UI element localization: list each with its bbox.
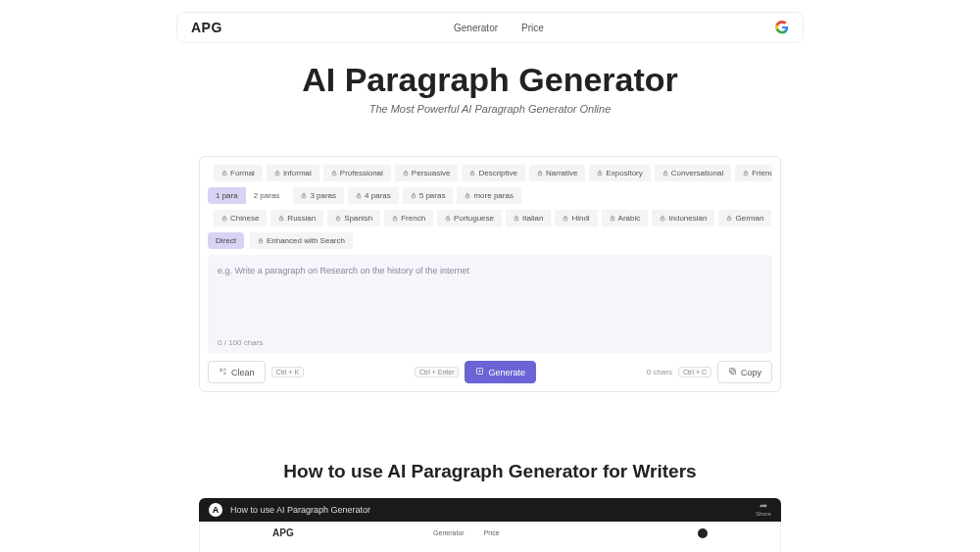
chip-lang-hindi[interactable]: Hindi bbox=[555, 210, 597, 226]
nav-price[interactable]: Price bbox=[521, 23, 544, 33]
svg-rect-13 bbox=[466, 195, 470, 198]
video-frame-nav-price: Price bbox=[484, 529, 500, 536]
video-title: How to use AI Paragraph Generator bbox=[230, 505, 370, 515]
lock-icon bbox=[331, 170, 337, 176]
chip-length-2paras[interactable]: 2 paras bbox=[246, 187, 288, 204]
chip-style-conversational[interactable]: Conversational bbox=[655, 165, 731, 181]
chip-style-persuasive[interactable]: Persuasive bbox=[395, 165, 459, 181]
nav-generator[interactable]: Generator bbox=[454, 23, 498, 33]
lock-icon bbox=[278, 215, 284, 222]
lock-icon bbox=[301, 192, 307, 199]
clean-button[interactable]: Clean bbox=[208, 361, 266, 383]
svg-rect-6 bbox=[599, 173, 603, 176]
chip-style-descriptive[interactable]: Descriptive bbox=[462, 165, 525, 181]
svg-rect-18 bbox=[446, 218, 450, 221]
lock-icon bbox=[403, 170, 409, 176]
video-channel-avatar[interactable]: A bbox=[209, 503, 222, 517]
chip-lang-arabic[interactable]: Arabic bbox=[602, 210, 649, 226]
chip-lang-spanish[interactable]: Spanish bbox=[327, 210, 380, 226]
lock-icon bbox=[274, 170, 280, 176]
nav-links: Generator Price bbox=[222, 23, 775, 33]
svg-rect-8 bbox=[744, 173, 748, 176]
svg-rect-21 bbox=[611, 218, 614, 221]
sparkle-icon bbox=[475, 367, 484, 377]
brand-logo[interactable]: APG bbox=[191, 20, 222, 35]
copy-label: Copy bbox=[741, 368, 761, 377]
chip-length-4-paras[interactable]: 4 paras bbox=[348, 187, 399, 204]
lock-icon bbox=[445, 215, 451, 222]
lock-icon bbox=[221, 170, 227, 176]
video-share-button[interactable]: ➦ Share bbox=[756, 501, 771, 517]
howto-heading: How to use AI Paragraph Generator for Wr… bbox=[0, 461, 980, 482]
video-frame-avatar-icon bbox=[698, 528, 708, 538]
page-title: AI Paragraph Generator bbox=[0, 61, 980, 99]
output-char-count: 0 chars bbox=[647, 368, 672, 376]
lock-icon bbox=[392, 215, 398, 222]
locked-length-chips: 3 paras4 paras5 parasmore paras bbox=[293, 187, 521, 204]
svg-rect-7 bbox=[663, 173, 667, 176]
google-signin-icon[interactable] bbox=[775, 21, 789, 34]
svg-rect-17 bbox=[393, 218, 397, 221]
prompt-input[interactable]: e.g. Write a paragraph on Research on th… bbox=[208, 255, 772, 353]
chip-lang-portuguese[interactable]: Portuguese bbox=[437, 210, 502, 226]
chip-style-friendly[interactable]: Friendly bbox=[735, 165, 772, 181]
video-preview-frame: APG Generator Price AI Paragraph Generat… bbox=[199, 522, 781, 552]
input-char-count: 0 / 100 chars bbox=[218, 338, 263, 347]
copy-button[interactable]: Copy bbox=[717, 361, 772, 383]
lock-icon bbox=[610, 215, 615, 222]
language-chip-row: English ChineseRussianSpanishFrenchPortu… bbox=[208, 210, 772, 226]
lock-icon bbox=[221, 215, 227, 222]
lock-icon bbox=[597, 170, 603, 176]
svg-rect-5 bbox=[538, 173, 542, 176]
lock-icon bbox=[726, 215, 732, 222]
controls-row: Clean Ctrl + K Ctrl + Enter Generate 0 c… bbox=[208, 361, 772, 383]
chip-lang-chinese[interactable]: Chinese bbox=[214, 210, 267, 226]
chip-style-informal[interactable]: Informal bbox=[267, 165, 319, 181]
svg-rect-26 bbox=[259, 240, 263, 243]
clean-shortcut: Ctrl + K bbox=[271, 367, 305, 377]
chip-length-5-paras[interactable]: 5 paras bbox=[403, 187, 454, 204]
chip-length-3-paras[interactable]: 3 paras bbox=[293, 187, 344, 204]
generator-panel: Standard Creative Casual FormalInformalP… bbox=[199, 156, 781, 392]
svg-rect-16 bbox=[337, 218, 341, 221]
svg-rect-0 bbox=[222, 173, 226, 176]
svg-rect-23 bbox=[728, 218, 732, 221]
style-chip-row: Standard Creative Casual FormalInformalP… bbox=[208, 165, 772, 181]
chip-lang-russian[interactable]: Russian bbox=[270, 210, 323, 226]
hero: AI Paragraph Generator The Most Powerful… bbox=[0, 61, 980, 115]
lock-icon bbox=[660, 215, 665, 222]
svg-rect-11 bbox=[357, 195, 361, 198]
video-frame-nav-generator: Generator bbox=[433, 529, 465, 536]
video-header: A How to use AI Paragraph Generator ➦ Sh… bbox=[199, 498, 781, 522]
chip-style-professional[interactable]: Professional bbox=[323, 165, 391, 181]
lock-icon bbox=[537, 170, 543, 176]
svg-rect-12 bbox=[412, 195, 416, 198]
chip-mode-direct[interactable]: Direct bbox=[208, 232, 244, 249]
locked-lang-chips: ChineseRussianSpanishFrenchPortugueseIta… bbox=[214, 210, 772, 226]
lock-icon bbox=[514, 215, 519, 222]
chip-lang-italian[interactable]: Italian bbox=[506, 210, 551, 226]
generate-label: Generate bbox=[488, 368, 525, 377]
page-subtitle: The Most Powerful AI Paragraph Generator… bbox=[0, 103, 980, 115]
share-icon: ➦ bbox=[756, 501, 771, 511]
tutorial-video[interactable]: A How to use AI Paragraph Generator ➦ Sh… bbox=[199, 498, 781, 552]
chip-length-more-paras[interactable]: more paras bbox=[457, 187, 520, 204]
copy-shortcut: Ctrl + C bbox=[678, 367, 711, 377]
svg-rect-22 bbox=[662, 218, 665, 221]
mode-chip-row: Direct Enhanced with Search bbox=[208, 232, 772, 249]
chip-length-1para[interactable]: 1 para bbox=[208, 187, 246, 204]
chip-mode-enhanced-with-search[interactable]: Enhanced with Search bbox=[250, 232, 353, 249]
chip-style-expository[interactable]: Expository bbox=[589, 165, 650, 181]
chip-style-narrative[interactable]: Narrative bbox=[529, 165, 585, 181]
generate-button[interactable]: Generate bbox=[465, 361, 536, 383]
lock-icon bbox=[662, 170, 668, 176]
chip-lang-french[interactable]: French bbox=[384, 210, 433, 226]
chip-lang-indonesian[interactable]: Indonesian bbox=[652, 210, 714, 226]
svg-rect-20 bbox=[564, 218, 568, 221]
chip-style-formal[interactable]: Formal bbox=[214, 165, 263, 181]
svg-rect-14 bbox=[222, 218, 226, 221]
lock-icon bbox=[743, 170, 749, 176]
generate-shortcut: Ctrl + Enter bbox=[415, 367, 460, 377]
copy-icon bbox=[728, 367, 737, 377]
chip-lang-german[interactable]: German bbox=[718, 210, 771, 226]
